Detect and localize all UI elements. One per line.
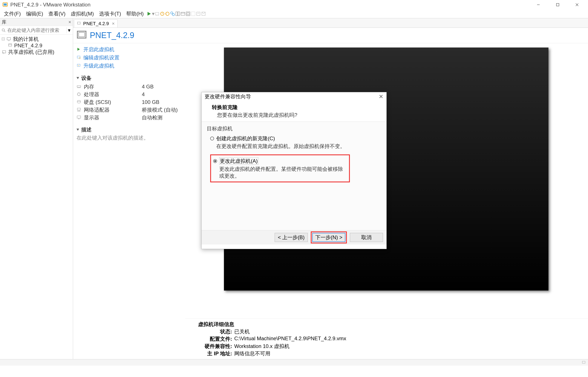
- device-cpu[interactable]: 处理器 4: [77, 91, 182, 98]
- radio-alter-desc: 更改此虚拟机的硬件配置。某些硬件功能可能会被移除或更改。: [219, 165, 347, 179]
- tree-my-computer[interactable]: 我的计算机: [1, 36, 72, 42]
- device-disk[interactable]: 硬盘 (SCSI) 100 GB: [77, 98, 182, 106]
- dialog-subtitle-desc: 您要在做出更改前克隆此虚拟机吗?: [212, 112, 381, 118]
- snapshot-button[interactable]: [160, 11, 165, 16]
- details-header[interactable]: 虚拟机详细信息: [196, 321, 582, 328]
- view-library-button[interactable]: [196, 11, 201, 16]
- manage-snapshots-button[interactable]: [170, 11, 175, 16]
- svg-marker-6: [147, 12, 151, 15]
- shared-icon: [2, 49, 7, 55]
- library-panel: 库 × ▾ 我的计算机 PNET_4.2.9 共享虚拟机 (已弃用): [0, 18, 73, 359]
- device-label: 硬盘 (SCSI): [84, 99, 140, 106]
- dialog-header: 转换前克隆 您要在做出更改前克隆此虚拟机吗?: [202, 101, 386, 121]
- expander-icon[interactable]: [2, 37, 5, 41]
- library-search: ▾: [0, 26, 73, 35]
- library-tree: 我的计算机 PNET_4.2.9 共享虚拟机 (已弃用): [0, 35, 73, 57]
- svg-marker-38: [77, 48, 80, 50]
- radio-clone-label[interactable]: 创建此虚拟机的新克隆(C): [216, 135, 275, 142]
- detail-value: 网络信息不可用: [234, 350, 270, 357]
- description-header[interactable]: 描述: [77, 126, 182, 133]
- svg-rect-17: [178, 12, 180, 16]
- detail-ip: 主 IP 地址: 网络信息不可用: [202, 350, 582, 357]
- status-bar: [0, 359, 588, 365]
- tab-vm[interactable]: PNET_4.2.9 ×: [74, 19, 118, 27]
- action-upgrade[interactable]: 升级此虚拟机: [77, 62, 182, 70]
- view-fullscreen-button[interactable]: [175, 11, 180, 16]
- view-stretch-button[interactable]: [191, 11, 196, 16]
- menu-help[interactable]: 帮助(H): [124, 10, 146, 18]
- tab-close-icon[interactable]: ×: [112, 21, 115, 26]
- action-label: 升级此虚拟机: [83, 62, 114, 69]
- action-power-on[interactable]: 开启此虚拟机: [77, 45, 182, 54]
- svg-point-14: [171, 12, 173, 14]
- description-placeholder[interactable]: 在此处键入对该虚拟机的描述。: [77, 134, 182, 141]
- main-area: 库 × ▾ 我的计算机 PNET_4.2.9 共享虚拟机 (已弃用): [0, 18, 588, 359]
- radio-clone[interactable]: [210, 137, 214, 141]
- detail-key: 主 IP 地址:: [202, 350, 232, 357]
- back-button[interactable]: < 上一步(B): [275, 233, 308, 242]
- svg-rect-3: [556, 3, 559, 6]
- svg-rect-39: [77, 56, 80, 58]
- svg-point-13: [166, 12, 169, 15]
- devices-table: 内存 4 GB 处理器 4 硬盘 (SCSI) 100 GB: [77, 83, 182, 121]
- radio-alter-label[interactable]: 更改此虚拟机(A): [219, 157, 258, 165]
- app-icon: [2, 2, 8, 8]
- details-title: 虚拟机详细信息: [198, 321, 234, 328]
- device-network[interactable]: 网络适配器 桥接模式 (自动): [77, 106, 182, 114]
- menu-edit[interactable]: 编辑(E): [23, 10, 46, 18]
- detail-config: 配置文件: C:\Virtual Machine\PNET_4.2.9\PNET…: [202, 335, 582, 342]
- action-label: 开启此虚拟机: [83, 46, 114, 53]
- view-thumbnail-button[interactable]: [201, 11, 206, 16]
- library-search-input[interactable]: [7, 27, 67, 33]
- svg-point-25: [2, 29, 4, 31]
- view-console-button[interactable]: [185, 11, 191, 16]
- next-button[interactable]: 下一步(N) >: [312, 233, 345, 242]
- title-bar: PNET_4.2.9 - VMware Workstation: [0, 0, 588, 10]
- statusbar-icon[interactable]: [582, 360, 586, 365]
- vm-tab-icon: [77, 21, 81, 26]
- close-button[interactable]: [567, 0, 587, 10]
- tree-label: 共享虚拟机 (已弃用): [8, 49, 54, 56]
- svg-rect-32: [9, 44, 12, 45]
- display-icon: [77, 115, 82, 120]
- send-ctrl-alt-del-button[interactable]: [155, 11, 160, 16]
- vm-title: PNET_4.2.9: [90, 31, 134, 40]
- action-edit-settings[interactable]: 编辑虚拟机设置: [77, 54, 182, 62]
- detail-value: C:\Virtual Machine\PNET_4.2.9\PNET_4.2.9…: [234, 335, 346, 342]
- hardware-compat-wizard-dialog: 更改硬件兼容性向导 ✕ 转换前克隆 您要在做出更改前克隆此虚拟机吗? 目标虚拟机…: [201, 92, 387, 249]
- power-play-button[interactable]: [146, 11, 152, 17]
- devices-header[interactable]: 设备: [77, 75, 182, 82]
- content-area: PNET_4.2.9 × PNET_4.2.9 开启此虚拟机 编辑虚拟机设置: [73, 18, 588, 359]
- library-header: 库 ×: [0, 18, 73, 26]
- revert-snapshot-button[interactable]: [165, 11, 170, 16]
- svg-rect-21: [187, 13, 189, 15]
- menu-bar: 文件(F) 编辑(E) 查看(V) 虚拟机(M) 选项卡(T) 帮助(H) ▾: [0, 10, 588, 18]
- menu-file[interactable]: 文件(F): [1, 10, 23, 18]
- search-icon: [1, 28, 6, 33]
- menu-tabs[interactable]: 选项卡(T): [97, 10, 124, 18]
- maximize-button[interactable]: [548, 0, 567, 10]
- action-label: 编辑虚拟机设置: [83, 54, 120, 61]
- dialog-body: 目标虚拟机 创建此虚拟机的新克隆(C) 在更改硬件配置前克隆此虚拟机。原始虚拟机…: [202, 121, 386, 230]
- dialog-close-button[interactable]: ✕: [379, 93, 384, 100]
- dialog-title-bar: 更改硬件兼容性向导 ✕: [202, 92, 386, 101]
- dialog-title: 更改硬件兼容性向导: [204, 93, 251, 100]
- computer-icon: [6, 36, 11, 42]
- detail-value: 已关机: [234, 328, 250, 335]
- menu-vm[interactable]: 虚拟机(M): [68, 10, 97, 18]
- library-close-icon[interactable]: ×: [68, 19, 71, 25]
- menu-view[interactable]: 查看(V): [46, 10, 68, 18]
- cpu-icon: [77, 92, 82, 97]
- search-dropdown-button[interactable]: ▾: [67, 27, 72, 33]
- minimize-button[interactable]: [529, 0, 548, 10]
- detail-key: 硬件兼容性:: [202, 343, 232, 350]
- device-memory[interactable]: 内存 4 GB: [77, 83, 182, 91]
- device-value: 4 GB: [142, 84, 182, 90]
- device-display[interactable]: 显示器 自动检测: [77, 114, 182, 121]
- view-unity-button[interactable]: [180, 11, 185, 16]
- window-title: PNET_4.2.9 - VMware Workstation: [10, 2, 90, 8]
- radio-alter[interactable]: [213, 159, 217, 163]
- cancel-button[interactable]: 取消: [350, 233, 383, 242]
- tree-shared[interactable]: 共享虚拟机 (已弃用): [1, 49, 72, 55]
- tree-vm-item[interactable]: PNET_4.2.9: [1, 42, 72, 49]
